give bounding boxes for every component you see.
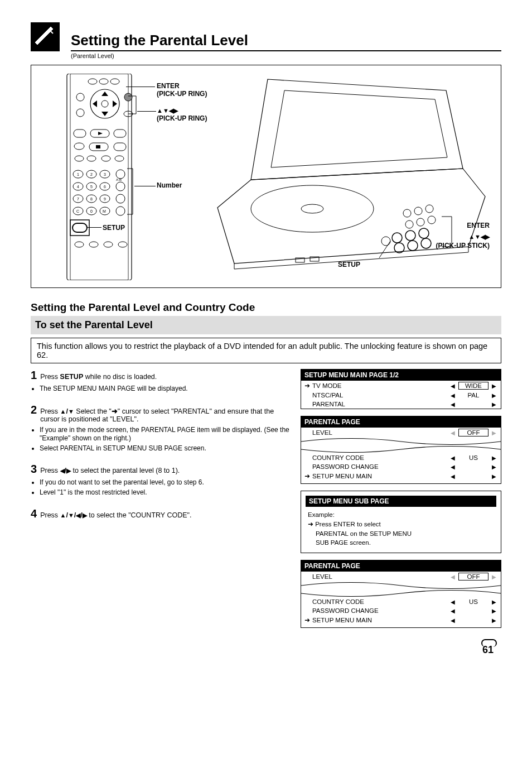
svg-point-63 <box>417 218 424 226</box>
label-setup: SETUP <box>103 224 125 232</box>
svg-text:2: 2 <box>90 172 93 176</box>
menu-parental-1: PARENTAL PAGE LEVEL ◀OFF▶ COUNTRY CODE ◀… <box>301 416 501 484</box>
svg-point-71 <box>421 238 431 248</box>
table-row: PARENTAL ◀▶ <box>301 400 501 409</box>
svg-point-50 <box>116 207 125 215</box>
page-subtitle: (Parental Level) <box>71 52 501 59</box>
svg-point-35 <box>116 182 125 191</box>
svg-point-19 <box>87 156 96 161</box>
svg-point-67 <box>419 228 429 238</box>
svg-point-57 <box>251 185 374 232</box>
svg-point-55 <box>104 242 113 247</box>
label-number: Number <box>157 181 182 189</box>
svg-point-9 <box>124 93 132 101</box>
device-diagram: 1 2 3 4 5 6 A-B 7 8 9 C 0 M <box>31 65 501 288</box>
svg-point-2 <box>88 79 97 84</box>
step-1: 1 Press SETUP while no disc is loaded. T… <box>31 369 291 394</box>
svg-point-68 <box>381 237 390 246</box>
svg-point-28 <box>116 170 125 179</box>
svg-text:9: 9 <box>104 197 106 201</box>
svg-point-59 <box>403 209 411 217</box>
svg-rect-16 <box>96 145 100 148</box>
svg-point-60 <box>414 207 422 215</box>
svg-text:M: M <box>103 209 106 213</box>
label-enter-player: ENTER <box>467 222 490 229</box>
svg-text:4: 4 <box>77 185 79 189</box>
description-box: This function allows you to restrict the… <box>31 338 501 363</box>
svg-point-53 <box>75 242 84 247</box>
svg-point-62 <box>405 220 413 228</box>
label-arrows-remote-sub: (PICK-UP RING) <box>157 114 207 122</box>
menu-parental-2: PARENTAL PAGE LEVEL ◀OFF▶ COUNTRY CODE ◀… <box>301 560 501 628</box>
page-header: Setting the Parental Level <box>31 22 501 51</box>
svg-point-3 <box>99 79 108 84</box>
step-2: 2 Press / Select the "➜" cursor to selec… <box>31 404 291 453</box>
section-heading: Setting the Parental Level and Country C… <box>31 301 501 314</box>
menu-setup-main: SETUP MENU MAIN PAGE 1/2 ➜TV MODE ◀WIDE▶… <box>301 369 501 409</box>
svg-point-65 <box>392 233 402 243</box>
svg-point-61 <box>425 205 433 213</box>
svg-point-20 <box>101 156 110 161</box>
svg-point-43 <box>116 194 125 203</box>
svg-rect-11 <box>74 129 86 137</box>
svg-point-8 <box>76 109 84 117</box>
svg-text:0: 0 <box>90 209 93 213</box>
svg-rect-17 <box>114 143 126 151</box>
table-row: ➜TV MODE ◀WIDE▶ <box>301 381 501 391</box>
step-3: 3 Press / to select the parental level (… <box>31 463 291 497</box>
svg-point-58 <box>301 204 323 213</box>
svg-point-64 <box>428 216 436 224</box>
label-setup-player: SETUP <box>338 261 360 268</box>
svg-text:8: 8 <box>90 197 93 201</box>
svg-point-70 <box>408 241 418 251</box>
step-4: 4 Press /// to select the "COUNTRY CODE"… <box>31 507 291 520</box>
label-enter: ENTER <box>157 82 180 90</box>
svg-text:C: C <box>76 209 79 213</box>
svg-point-4 <box>110 79 119 84</box>
svg-point-14 <box>74 143 84 150</box>
remote-control-illustration: 1 2 3 4 5 6 A-B 7 8 9 C 0 M <box>43 74 155 280</box>
svg-text:1: 1 <box>77 172 79 176</box>
page-arc-icon <box>481 639 497 647</box>
svg-rect-52 <box>70 220 89 236</box>
svg-text:6: 6 <box>104 185 106 189</box>
svg-rect-0 <box>67 74 132 280</box>
svg-rect-51 <box>72 223 87 232</box>
svg-point-18 <box>75 156 84 161</box>
svg-text:5: 5 <box>90 185 93 189</box>
svg-point-56 <box>118 242 127 247</box>
subsection-bar: To set the Parental Level <box>31 316 501 334</box>
pen-icon <box>31 22 60 51</box>
page-title: Setting the Parental Level <box>71 32 501 49</box>
table-row: NTSC/PAL ◀PAL▶ <box>301 391 501 400</box>
svg-point-66 <box>405 231 415 241</box>
menu-example: SETUP MENU SUB PAGE Example: ➜ Press ENT… <box>301 491 501 553</box>
label-pickup-ring: (PICK-UP RING) <box>157 90 207 98</box>
svg-point-54 <box>89 242 98 247</box>
svg-rect-13 <box>114 129 126 137</box>
svg-point-21 <box>115 156 124 161</box>
svg-text:3: 3 <box>104 172 106 176</box>
svg-point-7 <box>76 93 84 101</box>
label-arrows-player <box>468 233 490 241</box>
svg-text:A-B: A-B <box>116 178 122 181</box>
svg-text:7: 7 <box>77 197 79 201</box>
label-arrows-remote <box>157 107 178 114</box>
label-arrows-player-sub: (PICK-UP STICK) <box>436 242 490 250</box>
svg-point-6 <box>101 100 108 107</box>
